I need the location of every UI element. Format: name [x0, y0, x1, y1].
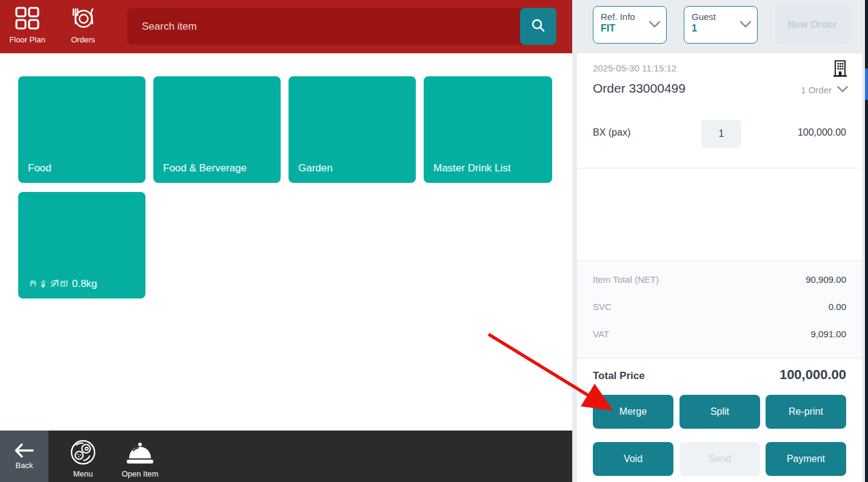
top-header-bar: Floor Plan Orders [0, 0, 572, 53]
search-input[interactable] [127, 8, 556, 45]
order-datetime: 2025-05-30 11:15:12 [593, 63, 676, 73]
total-row-value: 90,909.00 [806, 274, 846, 285]
totals-section: Item Total (NET) 90,909.00 SVC 0.00 VAT … [577, 260, 862, 358]
building-icon[interactable] [832, 59, 849, 80]
void-button[interactable]: Void [593, 442, 673, 476]
category-tile-label: Food [28, 162, 52, 174]
category-tile-label: Food & Berverage [163, 162, 247, 174]
total-row-vat: VAT 9,091.00 [593, 329, 846, 341]
order-panel: Ref. Info FIT Guest 1 New Order [572, 0, 865, 482]
total-price-row: Total Price 100,000.00 [593, 367, 846, 384]
total-row-label: VAT [593, 329, 609, 339]
search-icon [530, 18, 546, 35]
menu-button[interactable]: Menu [56, 433, 110, 478]
category-tile-garden[interactable]: Garden [289, 76, 416, 183]
bottom-toolbar: Back Menu [0, 431, 572, 482]
chevron-down-icon [836, 85, 849, 95]
split-button[interactable]: Split [679, 395, 760, 429]
cloche-icon [113, 433, 167, 467]
guest-dropdown[interactable]: Guest 1 [684, 6, 758, 44]
open-item-button[interactable]: Open Item [113, 433, 167, 478]
nav-orders-label: Orders [56, 35, 110, 44]
order-panel-header: Ref. Info FIT Guest 1 New Order [572, 0, 865, 53]
divider [577, 168, 862, 168]
back-button[interactable]: Back [0, 431, 48, 482]
category-tile-food-beverage[interactable]: Food & Berverage [153, 76, 281, 183]
category-tile-kantheay[interactable]: កន្ទាយ 0.8kg [18, 192, 145, 299]
back-label: Back [0, 461, 48, 470]
search-button[interactable] [520, 8, 556, 45]
total-row-label: Item Total (NET) [593, 274, 659, 285]
category-tile-master-drink-list[interactable]: Master Drink List [424, 76, 552, 183]
new-order-button[interactable]: New Order [775, 6, 850, 44]
total-row-value: 9,091.00 [811, 329, 846, 339]
chevron-down-icon [739, 20, 752, 31]
merge-button[interactable]: Merge [593, 395, 673, 429]
ref-info-dropdown[interactable]: Ref. Info FIT [593, 6, 667, 44]
reprint-button[interactable]: Re-print [766, 395, 846, 429]
scrollbar-thumb[interactable] [865, 68, 868, 100]
category-tile-label: Master Drink List [433, 162, 511, 174]
pos-app-window: Floor Plan Orders [0, 0, 868, 482]
order-title: Order 33000499 [593, 81, 686, 96]
menu-label: Menu [56, 469, 110, 478]
order-item-row: BX (pax) 1 100,000.00 [577, 117, 862, 151]
open-item-label: Open Item [113, 469, 167, 478]
total-row-label: SVC [593, 302, 612, 312]
category-tile-food[interactable]: Food [18, 76, 145, 183]
total-row-net: Item Total (NET) 90,909.00 [593, 274, 846, 286]
total-row-svc: SVC 0.00 [593, 302, 846, 314]
order-card: 2025-05-30 11:15:12 Order 3300 [577, 53, 862, 482]
back-arrow-icon [0, 440, 48, 461]
item-quantity-box[interactable]: 1 [701, 120, 741, 148]
order-count-label: 1 Order [801, 85, 832, 95]
item-price: 100,000.00 [798, 127, 846, 138]
send-button[interactable]: Send [679, 442, 760, 476]
total-price-label: Total Price [593, 370, 645, 382]
nav-orders[interactable]: Orders [56, 4, 110, 44]
category-tile-label: Garden [298, 162, 333, 174]
search-bar [127, 8, 556, 45]
category-tile-label: កន្ទាយ 0.8kg [28, 278, 97, 290]
chevron-down-icon [648, 20, 661, 31]
nav-floor-plan[interactable]: Floor Plan [0, 4, 55, 44]
menu-plate-icon [56, 433, 110, 467]
item-name: BX (pax) [593, 127, 630, 138]
payment-button[interactable]: Payment [766, 442, 846, 476]
order-count-toggle[interactable]: 1 Order [801, 85, 849, 95]
nav-floor-plan-label: Floor Plan [0, 35, 55, 44]
total-price-value: 100,000.00 [780, 367, 846, 383]
total-row-value: 0.00 [829, 302, 846, 312]
orders-plate-icon [56, 4, 110, 34]
category-grid: Food Food & Berverage Garden Master Drin… [0, 53, 572, 430]
grid-icon [0, 4, 55, 34]
